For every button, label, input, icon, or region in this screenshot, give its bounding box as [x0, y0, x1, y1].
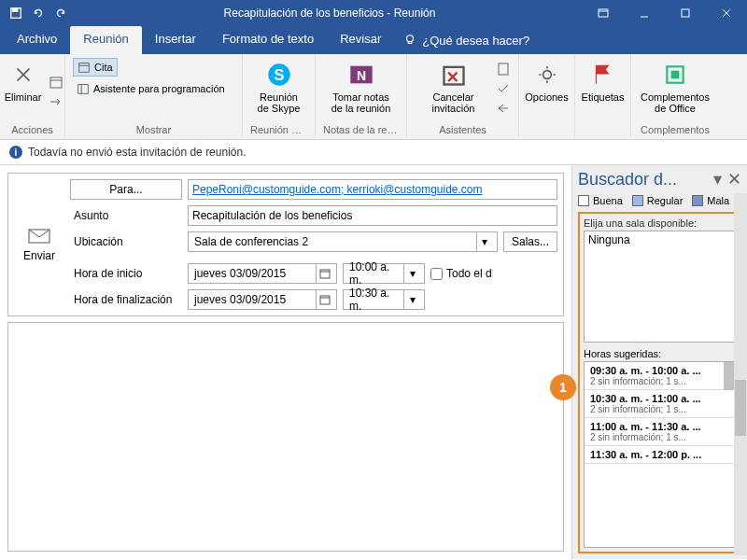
start-date-field[interactable]: jueves 03/09/2015	[188, 263, 337, 284]
chevron-down-icon[interactable]: ▾	[403, 264, 420, 283]
legend-fair-label: Regular	[647, 195, 684, 206]
suggested-times-list[interactable]: 09:30 a. m. - 10:00 a. ... 2 sin informa…	[584, 361, 736, 548]
suggestion-sub: 2 sin información; 1 s...	[590, 376, 729, 386]
tab-meeting[interactable]: Reunión	[70, 26, 141, 54]
forward-small-icon[interactable]	[49, 94, 63, 112]
options-button[interactable]: Opciones	[521, 58, 571, 105]
window-caption-icon[interactable]	[583, 0, 624, 26]
pane-options-icon[interactable]: ▾	[713, 169, 722, 189]
svg-text:N: N	[356, 68, 365, 83]
addins-label: Complementos de Office	[641, 91, 710, 114]
start-time-field[interactable]: 10:00 a. m. ▾	[343, 263, 425, 284]
suggested-time-item[interactable]: 09:30 a. m. - 10:00 a. ... 2 sin informa…	[585, 362, 735, 390]
suggested-time-item[interactable]: 10:30 a. m. - 11:00 a. ... 2 sin informa…	[585, 390, 735, 418]
ribbon: Eliminar Acciones Cita Asistente para pr…	[0, 54, 747, 140]
redo-icon[interactable]	[50, 3, 71, 23]
office-addins-button[interactable]: Complementos de Office	[637, 58, 713, 116]
undo-icon[interactable]	[28, 3, 49, 23]
close-pane-icon[interactable]: ✕	[727, 169, 741, 189]
group-show-label: Mostrar	[73, 124, 234, 137]
callout-badge: 1	[550, 374, 576, 400]
legend-good-label: Buena	[593, 195, 623, 206]
scheduling-assistant-button[interactable]: Asistente para programación	[73, 80, 229, 97]
legend-bad-label: Mala	[707, 195, 729, 206]
info-text: Todavía no envió esta invitación de reun…	[28, 146, 247, 159]
suggested-times-label: Horas sugeridas:	[584, 348, 736, 359]
legend-fair-swatch	[632, 195, 643, 206]
available-room-list[interactable]: Ninguna	[584, 231, 736, 343]
to-button[interactable]: Para...	[70, 179, 182, 200]
sidebar-scrollbar[interactable]	[734, 193, 747, 555]
close-icon[interactable]	[706, 0, 747, 26]
skype-meeting-button[interactable]: S Reunión de Skype	[250, 58, 307, 116]
end-date-value: jueves 03/09/2015	[192, 293, 316, 306]
info-icon: i	[9, 146, 22, 159]
room-finder-title: Buscador d...	[578, 170, 713, 189]
suggested-time-item[interactable]: 11:30 a. m. - 12:00 p. ...	[585, 446, 735, 464]
tab-file[interactable]: Archivo	[4, 26, 70, 54]
suggestion-time: 09:30 a. m. - 10:00 a. ...	[590, 365, 729, 376]
calendar-small-icon[interactable]	[49, 75, 63, 92]
meeting-body-editor[interactable]	[7, 322, 564, 552]
calendar-picker-icon[interactable]	[316, 264, 332, 283]
end-time-value: 10:30 a. m.	[347, 287, 403, 313]
calendar-picker-icon[interactable]	[316, 290, 332, 309]
scheduling-label: Asistente para programación	[93, 83, 225, 94]
reply-icon[interactable]	[496, 101, 511, 119]
minimize-icon[interactable]	[624, 0, 665, 26]
tab-insert[interactable]: Insertar	[142, 26, 209, 54]
tags-button[interactable]: Etiquetas	[578, 58, 628, 105]
appointment-button[interactable]: Cita	[73, 58, 118, 77]
svg-rect-1	[13, 8, 18, 12]
svg-rect-25	[320, 270, 330, 278]
all-day-label: Todo el día	[446, 267, 493, 280]
cancel-label: Cancelar invitación	[418, 91, 488, 114]
availability-legend: Buena Regular Mala	[572, 193, 747, 212]
all-day-checkbox[interactable]: Todo el día	[430, 267, 493, 280]
subject-field[interactable]	[188, 205, 557, 226]
tab-format[interactable]: Formato de texto	[209, 26, 327, 54]
room-finder-pane: Buscador d... ▾ ✕ Buena Regular Mala 1 E…	[571, 165, 747, 559]
lightbulb-icon	[403, 34, 416, 47]
legend-bad-swatch	[692, 195, 703, 206]
to-field[interactable]: PepeRoni@customguide.com; kerrioki@custo…	[188, 179, 557, 200]
schedule-icon	[77, 82, 90, 95]
response-options-icon[interactable]	[496, 81, 511, 99]
location-field[interactable]: Sala de conferencias 2 ▾	[188, 231, 498, 252]
suggested-time-item[interactable]: 11:00 a. m. - 11:30 a. ... 2 sin informa…	[585, 418, 735, 446]
all-day-input[interactable]	[430, 268, 443, 280]
options-icon	[532, 60, 562, 90]
start-time-value: 10:00 a. m.	[347, 260, 403, 287]
chevron-down-icon[interactable]: ▾	[403, 290, 420, 309]
appointment-label: Cita	[94, 62, 113, 73]
rooms-button[interactable]: Salas...	[503, 231, 557, 252]
location-label: Ubicación	[70, 235, 182, 248]
svg-rect-27	[320, 296, 330, 304]
end-date-field[interactable]: jueves 03/09/2015	[188, 289, 337, 310]
meeting-notes-button[interactable]: N Tomar notas de la reunión	[323, 58, 399, 116]
suggestion-time: 11:00 a. m. - 11:30 a. ...	[590, 421, 729, 432]
end-time-field[interactable]: 10:30 a. m. ▾	[343, 289, 425, 310]
suggestion-time: 10:30 a. m. - 11:00 a. ...	[590, 393, 729, 404]
send-icon	[27, 227, 51, 245]
tab-review[interactable]: Revisar	[327, 26, 394, 54]
svg-point-8	[407, 35, 414, 42]
scrollbar-thumb[interactable]	[735, 380, 746, 436]
subject-label: Asunto	[70, 209, 182, 222]
available-room-label: Elija una sala disponible:	[584, 217, 736, 229]
send-button[interactable]: Enviar	[14, 179, 64, 310]
room-none-item[interactable]: Ninguna	[588, 233, 731, 246]
cancel-meeting-icon	[439, 60, 469, 90]
address-book-icon[interactable]	[496, 62, 511, 79]
room-finder-highlight: 1 Elija una sala disponible: Ninguna Hor…	[578, 212, 741, 553]
skype-label: Reunión de Skype	[254, 91, 303, 114]
maximize-icon[interactable]	[665, 0, 706, 26]
tell-me-search[interactable]: ¿Qué desea hacer?	[394, 26, 539, 54]
chevron-down-icon[interactable]: ▾	[476, 232, 493, 251]
start-time-label: Hora de inicio	[70, 267, 182, 280]
calendar-icon	[78, 61, 91, 74]
delete-button[interactable]: Eliminar	[1, 58, 46, 105]
cancel-invitation-button[interactable]: Cancelar invitación	[415, 58, 492, 116]
svg-rect-11	[79, 63, 90, 73]
save-icon[interactable]	[6, 3, 26, 23]
